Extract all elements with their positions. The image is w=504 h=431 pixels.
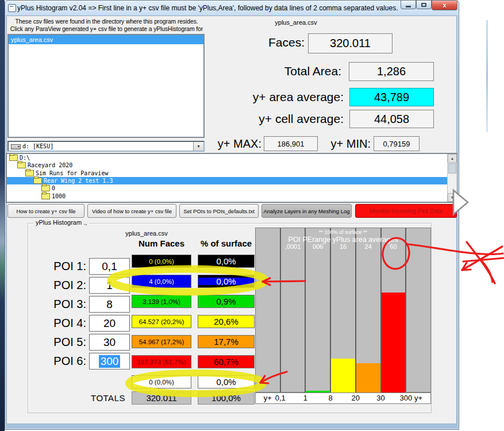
folder-icon: [41, 193, 50, 199]
toolbar-button-5[interactable]: Monitor Incoming Plot Data: [355, 204, 457, 218]
scroll-down-button[interactable]: ▼: [448, 193, 457, 202]
stats-csv-name: yplus_area.csv: [210, 19, 382, 26]
tree-item-label: D:\: [20, 154, 30, 161]
folder-icon: [33, 178, 42, 184]
tree-item[interactable]: 0: [7, 184, 456, 192]
area-average-label: y+ area average:: [190, 90, 344, 104]
poi-input-2[interactable]: 1: [89, 277, 130, 294]
tree-item-label: Rear Wing 2 test 1.3: [44, 177, 113, 184]
ymin-value: 0,79159: [374, 136, 420, 151]
poi-value-3: 8: [106, 298, 113, 311]
scroll-up-button[interactable]: ▲: [448, 154, 457, 163]
tree-item[interactable]: Sim Runs for Paraview: [7, 170, 456, 177]
poi-value-5: 30: [103, 336, 116, 349]
tree-item-label: 1000: [52, 193, 66, 200]
chart-range-average: ,0001: [280, 243, 306, 250]
poi-label-3: POI 3:: [45, 298, 86, 311]
poi-value-4: 20: [103, 317, 116, 330]
pct-surface-cell-5: 17,7%: [198, 335, 255, 348]
directory-tree[interactable]: D:\Raceyard 2020Sim Runs for ParaviewRea…: [6, 153, 457, 203]
column-header-pct-surface: % of surface: [197, 238, 255, 248]
ymax-value: 186,901: [264, 136, 318, 151]
maximize-icon: [421, 3, 426, 7]
folder-icon: [17, 162, 26, 168]
chart-bar: [331, 359, 355, 392]
tree-item-label: Raceyard 2020: [28, 161, 72, 169]
poi-label-2: POI 2:: [45, 279, 86, 292]
tree-item[interactable]: 1000: [7, 192, 456, 199]
cell-average-value: 44,058: [349, 110, 434, 128]
num-faces-cell-5: 54.967 (17,2%): [132, 335, 191, 348]
chart-bar: [356, 363, 380, 392]
tree-item[interactable]: D:\: [7, 154, 456, 161]
poi-input-4[interactable]: 20: [89, 315, 130, 332]
num-faces-cell-2: 4 (0,0%): [132, 275, 191, 288]
file-panel-instructions: These csv files were found in the direct…: [8, 18, 205, 33]
screen: yPlus Histogram v2.04 => First line in a…: [0, 0, 504, 431]
ymax-label: y+ MAX:: [205, 137, 261, 151]
poi-input-6[interactable]: 300: [89, 353, 130, 370]
num-faces-cell-6: 197.374 (61,7%): [132, 355, 191, 368]
pct-surface-cell-1: 0,0%: [198, 255, 255, 268]
cell-average-label: y+ cell average:: [190, 112, 344, 126]
app-icon[interactable]: [8, 4, 16, 12]
tree-item-label: Sim Runs for Paraview: [36, 170, 108, 177]
poi-value-1: 0,1: [102, 260, 117, 273]
tree-scrollbar[interactable]: ▲ ▼: [447, 154, 457, 202]
maximize-button[interactable]: [416, 1, 432, 9]
chart-axis-label: 30: [371, 394, 391, 402]
chart-divider: [280, 228, 281, 392]
chart-axis-label: 0,1: [270, 394, 291, 402]
arrow-down-icon: ▼: [451, 195, 455, 199]
faces-value: 320.011: [308, 33, 393, 53]
drive-combo-value: d: [KESU]: [22, 143, 53, 150]
histogram-group-label: yPlus Histogram .,: [33, 219, 89, 226]
tree-item[interactable]: Raceyard 2020: [7, 161, 456, 169]
scrollbar-thumb[interactable]: [448, 163, 456, 174]
chart-range-average: 16: [330, 243, 356, 250]
poi-label-1: POI 1:: [45, 260, 86, 273]
pct-surface-cell-4: 20,6%: [198, 315, 255, 328]
close-button[interactable]: x: [432, 1, 457, 10]
folder-icon: [25, 170, 34, 176]
totals-label: TOTALS: [85, 393, 131, 403]
total-area-label: Total Area:: [230, 64, 341, 78]
window-controls: x: [401, 1, 457, 10]
chart-divider: [305, 228, 306, 392]
ymin-label: y+ MIN:: [317, 137, 371, 151]
toolbar-button-3[interactable]: Set POIs to POIs_defaults.txt: [179, 204, 259, 218]
chart-range-average: 24: [356, 243, 381, 250]
csv-file-list[interactable]: yplus_area.csv: [7, 34, 205, 138]
desktop-background-strip: [0, 0, 5, 431]
file-list-item[interactable]: yplus_area.csv: [9, 35, 203, 44]
chart-divider: [405, 228, 406, 392]
poi-label-4: POI 4:: [45, 317, 86, 330]
totals-num-faces: 320.011: [132, 391, 191, 405]
pct-surface-cell-6: 60,7%: [198, 355, 255, 368]
faces-label: Faces:: [190, 36, 305, 49]
poi-input-1[interactable]: 0,1: [89, 258, 130, 275]
num-faces-cell-7: 0 (0,0%): [132, 375, 191, 388]
toolbar-button-1[interactable]: How to create y+ csv file: [7, 204, 84, 218]
totals-pct-surface: 100,0%: [198, 391, 255, 405]
num-faces-cell-1: 0 (0,0%): [132, 255, 191, 268]
chart-range-average: 006: [305, 243, 330, 250]
histogram-csv-name: yplus_area.csv: [92, 230, 201, 237]
minimize-button[interactable]: [401, 1, 416, 9]
drive-combo[interactable]: d: [KESU] ▼: [7, 141, 205, 152]
chart-title: ** 100% of surface **: [255, 229, 431, 235]
toolbar-button-2[interactable]: Video of how to create y+ csv file: [87, 204, 176, 218]
folder-icon: [9, 155, 18, 161]
num-faces-cell-3: 3.139 (1,0%): [132, 295, 191, 308]
column-header-num-faces: Num Faces: [131, 238, 192, 248]
toolbar-button-4[interactable]: Analyze Layers in any Meshing Log: [261, 204, 352, 218]
tree-item[interactable]: Rear Wing 2 test 1.3: [7, 177, 456, 184]
poi-input-5[interactable]: 30: [89, 334, 130, 351]
tree-item-label: 0: [52, 184, 55, 192]
chevron-down-icon: ▼: [197, 144, 201, 148]
poi-input-3[interactable]: 8: [89, 296, 130, 313]
poi-label-5: POI 5:: [45, 336, 86, 349]
chart-subtitle: POI PErange yPlus area averages: [255, 236, 431, 244]
folder-icon: [41, 185, 50, 191]
drive-combo-dropdown-button[interactable]: ▼: [193, 142, 203, 151]
